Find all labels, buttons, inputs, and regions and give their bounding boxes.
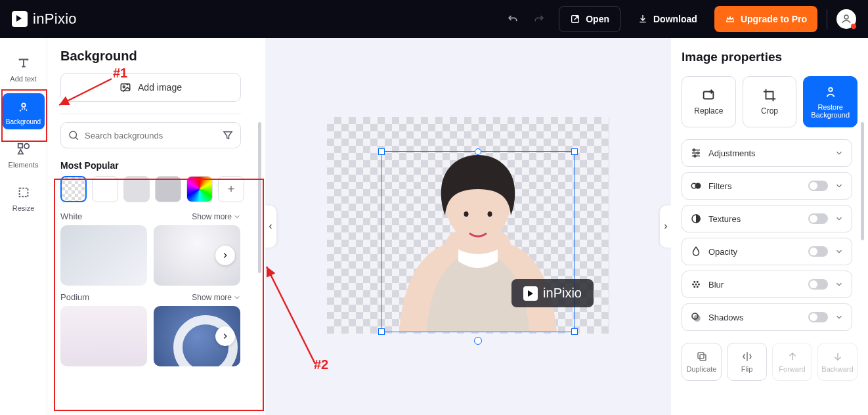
rail-add-text[interactable]: Add text <box>3 50 45 87</box>
blur-icon <box>690 278 702 290</box>
show-more-white[interactable]: Show more <box>192 212 241 221</box>
svg-point-23 <box>697 282 699 283</box>
swatch-transparent[interactable] <box>60 176 87 202</box>
flip-button[interactable]: Flip <box>727 343 767 381</box>
collapse-left-button[interactable] <box>265 206 276 248</box>
collapse-right-button[interactable] <box>660 206 672 248</box>
backward-label: Backward <box>821 365 853 373</box>
handle-top-right[interactable] <box>571 148 578 155</box>
opacity-accordion[interactable]: Opacity <box>682 238 852 265</box>
handle-top-left[interactable] <box>378 148 385 155</box>
account-avatar[interactable] <box>836 9 856 29</box>
chevron-down-icon <box>835 247 844 256</box>
handle-rotate[interactable] <box>474 337 482 345</box>
svg-point-22 <box>694 282 695 283</box>
handle-top-center[interactable] <box>475 148 481 155</box>
divider <box>827 9 827 29</box>
search-icon <box>68 129 79 141</box>
search-backgrounds[interactable] <box>60 122 241 148</box>
swatch-white[interactable] <box>92 176 118 202</box>
bg-thumb-podium-2[interactable] <box>154 306 240 366</box>
svg-point-25 <box>697 286 699 288</box>
rail-background[interactable]: Background <box>3 93 45 129</box>
rail-resize-label: Resize <box>12 204 35 212</box>
opacity-toggle[interactable] <box>808 246 828 257</box>
category-podium: Podium <box>60 292 89 302</box>
restore-background-tool[interactable]: RestoreBackground <box>803 76 857 127</box>
shadows-label: Shadows <box>708 313 743 322</box>
svg-point-7 <box>123 86 125 88</box>
textures-label: Textures <box>708 214 741 224</box>
svg-point-12 <box>829 87 833 91</box>
adjustments-accordion[interactable]: Adjustments <box>682 139 852 167</box>
download-button[interactable]: Download <box>627 6 708 32</box>
rail-background-label: Background <box>6 118 41 125</box>
next-white-button[interactable] <box>215 246 235 265</box>
panel-title: Background <box>60 49 255 64</box>
svg-point-24 <box>694 286 695 288</box>
watermark-logo-icon <box>523 286 538 301</box>
open-button[interactable]: Open <box>559 6 620 32</box>
svg-point-21 <box>699 284 700 285</box>
canvas-stage[interactable]: inPixio <box>327 117 609 334</box>
search-input[interactable] <box>85 131 217 141</box>
swatch-light-gray[interactable] <box>123 176 150 202</box>
brand[interactable]: inPixio <box>12 11 77 28</box>
replace-tool[interactable]: Replace <box>682 76 736 127</box>
filters-accordion[interactable]: Filters <box>682 172 852 200</box>
svg-point-14 <box>697 152 699 154</box>
rail-resize[interactable]: Resize <box>3 179 45 216</box>
next-podium-button[interactable] <box>215 326 235 346</box>
textures-toggle[interactable] <box>808 213 828 224</box>
category-white: White <box>60 211 82 221</box>
add-image-button[interactable]: Add image <box>60 73 241 102</box>
undo-button[interactable] <box>500 6 526 32</box>
swatch-gray[interactable] <box>155 176 181 202</box>
handle-bottom-left[interactable] <box>378 328 385 335</box>
bg-thumb-white-2[interactable] <box>154 225 240 286</box>
panel-scrollbar[interactable] <box>258 122 261 273</box>
upgrade-label: Upgrade to Pro <box>741 14 807 24</box>
swatch-color-picker[interactable] <box>186 176 213 202</box>
replace-label: Replace <box>694 106 723 116</box>
watermark: inPixio <box>511 279 594 307</box>
filter-icon[interactable] <box>222 129 234 141</box>
textures-icon <box>690 213 702 225</box>
svg-point-8 <box>70 131 77 139</box>
download-label: Download <box>653 14 697 24</box>
svg-point-19 <box>693 284 694 285</box>
backward-button[interactable]: Backward <box>817 343 857 381</box>
blur-accordion[interactable]: Blur <box>682 271 852 298</box>
swatch-add[interactable]: + <box>218 176 244 202</box>
top-bar: inPixio Open Download Upgrade to Pro <box>0 0 868 38</box>
text-icon <box>14 54 33 72</box>
svg-rect-29 <box>698 353 704 359</box>
show-more-podium[interactable]: Show more <box>192 293 241 302</box>
redo-button[interactable] <box>526 6 552 32</box>
properties-panel: Image properties Replace Crop RestoreBac… <box>671 38 868 415</box>
adjustments-label: Adjustments <box>708 148 756 158</box>
bg-thumb-podium-1[interactable] <box>60 306 147 366</box>
flip-label: Flip <box>741 365 753 373</box>
shadows-toggle[interactable] <box>808 312 828 322</box>
rail-elements[interactable]: Elements <box>3 136 45 173</box>
duplicate-button[interactable]: Duplicate <box>682 343 722 381</box>
forward-button[interactable]: Forward <box>772 343 812 381</box>
section-most-popular: Most Popular <box>60 160 255 171</box>
filters-label: Filters <box>708 181 731 191</box>
handle-bottom-right[interactable] <box>571 328 578 335</box>
blur-toggle[interactable] <box>808 279 828 290</box>
props-scrollbar[interactable] <box>861 122 864 240</box>
textures-accordion[interactable]: Textures <box>682 205 852 232</box>
bg-thumb-white-1[interactable] <box>60 225 147 286</box>
shadows-accordion[interactable]: Shadows <box>682 303 852 331</box>
notification-dot-icon <box>851 24 856 29</box>
crop-tool[interactable]: Crop <box>743 76 797 127</box>
chevron-down-icon <box>835 148 844 158</box>
svg-point-13 <box>693 149 695 151</box>
elements-icon <box>14 140 33 158</box>
upgrade-button[interactable]: Upgrade to Pro <box>714 6 817 32</box>
chevron-down-icon <box>835 280 844 289</box>
svg-point-4 <box>24 144 28 148</box>
filters-toggle[interactable] <box>808 181 828 191</box>
